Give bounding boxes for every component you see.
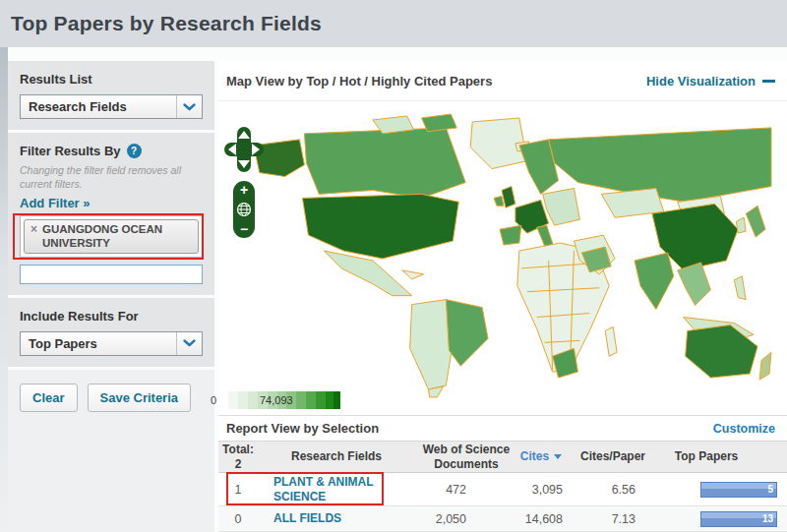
criteria-buttons-section: Clear Save Criteria <box>8 370 214 532</box>
filter-input[interactable] <box>20 265 203 284</box>
save-criteria-button[interactable]: Save Criteria <box>88 384 192 412</box>
column-header-top-papers[interactable]: Top Papers <box>661 449 787 463</box>
column-header-documents[interactable]: Web of Science Documents <box>415 443 517 471</box>
report-view-title: Report View by Selection <box>226 421 379 436</box>
chevron-down-icon <box>176 95 202 118</box>
minus-icon <box>762 80 775 83</box>
documents-value: 2,050 <box>415 512 474 526</box>
sort-arrow-icon <box>554 454 562 459</box>
total-label: Total: <box>218 443 258 457</box>
filter-tag-label: GUANGDONG OCEAN UNIVERSITY <box>42 223 192 249</box>
filter-note: Changing the filter field removes all cu… <box>20 164 203 191</box>
field-link[interactable]: PLANT & ANIMAL SCIENCE <box>273 475 394 502</box>
clear-button[interactable]: Clear <box>20 384 78 412</box>
map-controls: + − <box>224 127 264 238</box>
map-visualization: + − 0 74,093 <box>218 100 787 415</box>
hide-visualization-label: Hide Visualization <box>646 74 756 89</box>
pan-control-icon[interactable] <box>224 127 264 172</box>
legend-gradient-bar: 74,093 <box>218 391 340 409</box>
main-panel: Map View by Top / Hot / Highly Cited Pap… <box>218 61 787 532</box>
filter-tag-box: × GUANGDONG OCEAN UNIVERSITY <box>20 215 203 257</box>
results-list-selected-value: Research Fields <box>21 95 176 118</box>
column-header-research-fields[interactable]: Research Fields <box>258 449 415 463</box>
row-rank: 1 <box>218 483 258 497</box>
add-filter-link[interactable]: Add Filter » <box>20 196 203 210</box>
column-header-cites[interactable]: Cites <box>517 449 565 463</box>
include-results-section: Include Results For Top Papers <box>8 298 214 367</box>
cites-per-paper-value: 7.13 <box>565 512 661 526</box>
remove-icon[interactable]: × <box>30 223 37 249</box>
include-results-dropdown[interactable]: Top Papers <box>20 331 203 356</box>
total-value: 2 <box>218 457 258 472</box>
page-title: Top Papers by Research Fields <box>11 12 322 35</box>
chevron-down-icon <box>176 332 202 355</box>
help-icon[interactable]: ? <box>127 144 142 158</box>
row-rank: 0 <box>218 512 258 526</box>
include-results-label: Include Results For <box>20 309 203 324</box>
top-papers-bar: 5 <box>700 482 777 498</box>
top-papers-value: 13 <box>762 513 773 524</box>
esi-app: Top Papers by Research Fields Results Li… <box>0 0 787 47</box>
top-papers-bar: 13 <box>700 511 777 527</box>
include-results-selected-value: Top Papers <box>21 332 176 355</box>
left-edge-decoration <box>0 47 8 532</box>
map-legend: 0 74,093 <box>211 391 340 409</box>
report-header: Report View by Selection Customize <box>218 415 787 441</box>
customize-link[interactable]: Customize <box>713 422 775 436</box>
zoom-out-icon[interactable]: − <box>240 222 248 236</box>
table-row: 0 ALL FIELDS 2,050 14,608 7.13 13 <box>218 506 787 532</box>
documents-value: 472 <box>415 483 474 497</box>
zoom-control[interactable]: + − <box>233 181 255 238</box>
cites-per-paper-value: 6.56 <box>565 483 661 497</box>
sidebar: Results List Research Fields Filter Resu… <box>8 61 214 532</box>
globe-icon[interactable] <box>236 202 252 217</box>
legend-min-label: 0 <box>211 394 220 406</box>
cites-value: 3,095 <box>474 483 565 497</box>
hide-visualization-link[interactable]: Hide Visualization <box>646 74 775 89</box>
results-list-label: Results List <box>20 72 203 87</box>
cites-value: 14,608 <box>474 512 565 526</box>
filter-results-label: Filter Results By <box>20 144 121 158</box>
filter-tag[interactable]: × GUANGDONG OCEAN UNIVERSITY <box>24 219 199 253</box>
column-header-cites-per-paper[interactable]: Cites/Paper <box>565 449 661 463</box>
map-header: Map View by Top / Hot / Highly Cited Pap… <box>218 61 787 100</box>
results-table: Total: 2 Research Fields Web of Science … <box>218 441 787 532</box>
cites-header-label: Cites <box>520 449 549 463</box>
total-header: Total: 2 <box>218 443 258 472</box>
table-header-row: Total: 2 Research Fields Web of Science … <box>218 441 787 473</box>
legend-max-label: 74,093 <box>260 394 293 406</box>
title-band: Top Papers by Research Fields <box>0 0 787 47</box>
world-map[interactable] <box>226 103 773 398</box>
table-row: 1 PLANT & ANIMAL SCIENCE 472 3,095 6.56 … <box>218 473 787 506</box>
field-link[interactable]: ALL FIELDS <box>273 511 394 525</box>
map-view-title: Map View by Top / Hot / Highly Cited Pap… <box>226 74 492 89</box>
results-list-dropdown[interactable]: Research Fields <box>20 94 203 119</box>
results-list-section: Results List Research Fields <box>8 61 214 130</box>
zoom-in-icon[interactable]: + <box>240 183 248 197</box>
top-papers-value: 5 <box>767 484 773 495</box>
filter-section: Filter Results By ? Changing the filter … <box>8 133 214 295</box>
